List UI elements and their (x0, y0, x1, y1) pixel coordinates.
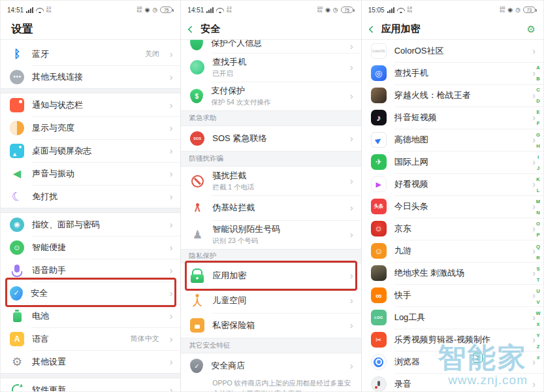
list-item-store[interactable]: 安全商店› (181, 353, 360, 378)
index-letter[interactable]: X (534, 319, 542, 330)
index-letter[interactable]: P (534, 229, 542, 240)
index-letter[interactable]: D (534, 95, 542, 106)
page-title: 设置 (1, 19, 180, 40)
index-letter[interactable]: # (534, 352, 542, 363)
find-icon (190, 60, 204, 74)
index-letter[interactable]: A (534, 62, 542, 73)
list-item-sos[interactable]: SOS 紧急联络› (181, 126, 360, 151)
back-chevron-icon[interactable] (368, 25, 376, 33)
list-item-wireless[interactable]: 其他无线连接› (1, 65, 180, 88)
section-label: 隐私保护 (189, 252, 216, 261)
index-letter[interactable]: V (534, 297, 542, 308)
chevron-right-icon: › (350, 91, 353, 101)
item-label: 查找手机 (394, 67, 428, 79)
list-item-person[interactable]: 智能识别陌生号码识别 23 个号码› (181, 220, 360, 249)
chevron-right-icon: › (170, 243, 173, 252)
index-letter[interactable]: U (534, 286, 542, 297)
item-text: 桌面与锁屏杂志 (32, 145, 91, 157)
list-item-toutiao[interactable]: 今日头条› (362, 195, 543, 218)
index-letter[interactable]: L (534, 185, 542, 196)
list-item-assistant[interactable]: 语音助手› (1, 259, 180, 282)
chevron-right-icon: › (350, 42, 353, 51)
item-label: 儿童空间 (212, 295, 246, 306)
index-letter[interactable]: S (534, 263, 542, 274)
battery-indicator: 75 (160, 7, 172, 13)
list-item-display[interactable]: 显示与亮度› (1, 116, 180, 139)
list-item-kuaishou[interactable]: 快手› (362, 284, 543, 306)
list-item-update[interactable]: 软件更新› (1, 378, 180, 392)
index-letter[interactable]: Q (534, 241, 542, 252)
list-item-fingerprint[interactable]: 指纹、面部与密码› (1, 213, 180, 236)
item-description: OPPO 软件商店内上架的应用都是经过多重安全检测、人工亲测的安全应用。 (181, 378, 360, 392)
item-text: 伪基站拦截 (212, 202, 255, 214)
list-item-security[interactable]: 安全› (1, 282, 180, 304)
list-item-browser[interactable]: 浏览器› (362, 351, 543, 373)
item-text: 穿越火线：枪战王者 (394, 90, 471, 101)
item-subtitle: 识别 23 个号码 (212, 237, 280, 246)
list-item-jiuyou[interactable]: 九游› (362, 240, 543, 262)
list-item-find[interactable]: 查找手机已开启› (181, 53, 360, 82)
list-item-smart[interactable]: 智能便捷› (1, 236, 180, 259)
chevron-right-icon: › (350, 63, 353, 72)
back-chevron-icon[interactable] (188, 25, 195, 33)
list-item-haokan[interactable]: 好看视频› (362, 173, 543, 195)
list-item-battery[interactable]: 电池› (1, 304, 180, 327)
index-letter[interactable]: Z (534, 341, 542, 352)
list-item-pay[interactable]: 支付保护保护 54 次支付操作› (181, 82, 360, 110)
index-letter[interactable]: Y (534, 330, 542, 341)
list-item-findphone[interactable]: 查找手机› (362, 62, 543, 84)
list-item-block[interactable]: 骚扰拦截拦截 1 个电话› (181, 167, 360, 195)
haokan-icon (371, 176, 387, 192)
list-item-notify[interactable]: 通知与状态栏› (1, 93, 180, 116)
index-letter[interactable]: B (534, 73, 542, 84)
list-item-cf[interactable]: 穿越火线：枪战王者› (362, 84, 543, 106)
list-item-dnd[interactable]: 免打扰› (1, 185, 180, 208)
index-letter[interactable]: H (534, 140, 542, 152)
index-letter[interactable]: N (534, 207, 542, 218)
list-item-videoshow[interactable]: 乐秀视频剪辑器-视频制作› (362, 329, 543, 351)
list-item-gearother[interactable]: 其他设置› (1, 350, 180, 373)
index-letter[interactable]: G (534, 129, 542, 140)
index-letter[interactable]: K (534, 174, 542, 185)
index-letter[interactable]: R (534, 252, 542, 263)
index-letter[interactable]: W (534, 308, 542, 319)
item-label: 智能便捷 (32, 242, 66, 253)
list-item-tower[interactable]: 伪基站拦截› (181, 195, 360, 220)
list-item-wallpaper[interactable]: 桌面与锁屏杂志› (1, 139, 180, 162)
index-letter[interactable]: M (534, 196, 542, 207)
list-item-amap[interactable]: 高德地图› (362, 129, 543, 151)
list-item-douyin[interactable]: 抖音短视频› (362, 106, 543, 129)
item-label: Log工具 (394, 312, 426, 323)
index-letter[interactable]: I (534, 152, 542, 163)
index-letter[interactable]: E (534, 106, 542, 118)
amap-icon (371, 132, 387, 148)
chevron-right-icon: › (170, 50, 173, 59)
index-letter[interactable]: T (534, 274, 542, 286)
index-letter[interactable]: O (534, 218, 542, 229)
index-letter[interactable]: F (534, 118, 542, 129)
list-item-jd[interactable]: 京东› (362, 218, 543, 240)
list-item-child[interactable]: 儿童空间› (181, 288, 360, 313)
list-item-pubg[interactable]: 绝地求生 刺激战场› (362, 262, 543, 284)
page-title: 应用加密 (381, 23, 421, 35)
list-item-safebox[interactable]: 私密保险箱› (181, 313, 360, 338)
section-header: 紧急求助 (181, 110, 360, 126)
item-text: 私密保险箱 (212, 319, 255, 331)
list-item-privacyshield[interactable]: 保护个人信息› (181, 40, 360, 53)
list-item-log[interactable]: Log工具› (362, 306, 543, 329)
index-letter[interactable]: J (534, 163, 542, 174)
index-letter[interactable]: C (534, 84, 542, 95)
list-item-bluetooth[interactable]: 蓝牙关闭› (1, 42, 180, 65)
list-item-roaming[interactable]: 国际上网› (362, 151, 543, 173)
list-item-applock[interactable]: 应用加密› (181, 263, 360, 288)
item-text: 语音助手 (32, 265, 66, 276)
list-item-coloros[interactable]: ColorOS社区› (362, 40, 543, 62)
gear-icon[interactable]: ⚙ (527, 24, 536, 34)
kuaishou-icon (371, 287, 387, 303)
list-item-language[interactable]: 语言简体中文› (1, 327, 180, 350)
item-text: SOS 紧急联络 (212, 133, 266, 144)
list-item-recorder[interactable]: 录音› (362, 373, 543, 392)
chevron-right-icon: › (170, 289, 173, 298)
item-text: 绝地求生 刺激战场 (394, 267, 465, 279)
list-item-sound[interactable]: 声音与振动› (1, 162, 180, 185)
